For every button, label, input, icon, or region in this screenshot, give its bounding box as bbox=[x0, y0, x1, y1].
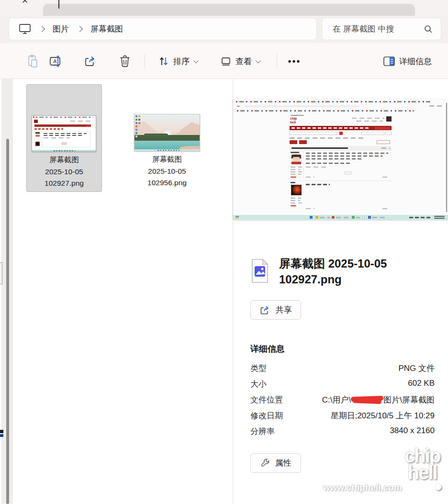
thumb-text bbox=[44, 133, 87, 134]
post1-text bbox=[306, 167, 326, 168]
more-options-button[interactable]: ••• bbox=[284, 51, 304, 71]
share-button[interactable] bbox=[80, 51, 101, 71]
rename-button[interactable]: A bbox=[46, 51, 66, 71]
forum-login-input bbox=[361, 132, 384, 135]
search-icon[interactable] bbox=[424, 24, 433, 34]
post1-text bbox=[306, 153, 388, 154]
rename-icon: A bbox=[49, 55, 63, 68]
thread-title-actions bbox=[381, 147, 390, 149]
detail-row-resolution: 分辨率 3840 x 2160 bbox=[250, 426, 435, 442]
sort-label: 排序 bbox=[173, 56, 190, 67]
page-top-links bbox=[291, 115, 304, 116]
taskbar-chat-icon bbox=[352, 216, 355, 219]
tab-close-icon[interactable]: ✕ bbox=[22, 0, 28, 6]
browser-url-bar bbox=[245, 105, 359, 107]
selected-file-title: 屏幕截图 2025-10-05 102927.png bbox=[279, 256, 442, 287]
detail-row-type: 类型 PNG 文件 bbox=[250, 363, 435, 379]
taskbar-label bbox=[320, 217, 330, 218]
tab-strip: ✕ bbox=[0, 0, 448, 16]
details-heading: 详细信息 bbox=[250, 343, 285, 355]
file-explorer-window: ✕ 图片 屏幕截图 在 屏幕截图 中搜 bbox=[0, 0, 448, 504]
thumb-navbar-button bbox=[86, 124, 91, 127]
post1-username bbox=[291, 152, 299, 153]
post1-avatar bbox=[291, 154, 302, 165]
svg-text:A: A bbox=[53, 58, 57, 64]
share-file-button[interactable]: 共享 bbox=[250, 300, 301, 320]
redaction-scribble bbox=[351, 396, 383, 403]
post1-text bbox=[306, 158, 363, 159]
command-bar: A bbox=[0, 43, 448, 79]
thumb-navbar bbox=[34, 124, 91, 127]
share-icon bbox=[259, 304, 271, 316]
taskbar-browser-icon bbox=[332, 216, 335, 219]
post1-badge bbox=[291, 177, 296, 178]
post1-stats bbox=[291, 169, 300, 170]
chiphell-logo: chiphell bbox=[290, 117, 302, 125]
toolbar-divider bbox=[277, 54, 277, 69]
file-tile-102956[interactable]: 屏幕截图 2025-10-05 102956.png bbox=[125, 84, 209, 192]
address-bar[interactable]: 图片 屏幕截图 bbox=[9, 18, 317, 40]
thumb-post-body bbox=[42, 132, 90, 148]
forum-login-button bbox=[385, 132, 392, 135]
post1-footer bbox=[306, 177, 314, 178]
forum-user-links bbox=[357, 121, 383, 122]
forum-search-input bbox=[290, 132, 337, 135]
post-divider bbox=[290, 180, 392, 181]
paste-button[interactable] bbox=[23, 51, 43, 71]
post2-stats bbox=[291, 202, 302, 203]
nav-pane-partial-item bbox=[0, 262, 2, 284]
thumb-user-dashes bbox=[70, 121, 92, 122]
thumb-text bbox=[44, 137, 70, 138]
desktop-icon bbox=[138, 122, 140, 124]
preview-image: chiphell bbox=[233, 99, 448, 220]
sort-icon bbox=[158, 56, 169, 67]
breadcrumb-pictures[interactable]: 图片 bbox=[53, 23, 69, 34]
avatar-shirt bbox=[291, 162, 301, 164]
share-label: 共享 bbox=[276, 304, 292, 315]
taskbar-date bbox=[434, 218, 445, 219]
nav-pane-partial-glyph bbox=[0, 434, 3, 437]
forum-page-nav bbox=[377, 140, 390, 144]
taskbar-label bbox=[336, 217, 349, 218]
post2-footer bbox=[382, 208, 389, 209]
watermark-url: www.chiphell.com bbox=[323, 482, 402, 493]
desktop-icon bbox=[135, 125, 137, 127]
post1-stats bbox=[291, 171, 302, 172]
file-name-102956: 屏幕截图 2025-10-05 102956.png bbox=[125, 154, 209, 189]
properties-label: 属性 bbox=[275, 458, 291, 469]
tab-caret bbox=[58, 0, 59, 9]
view-menu-button[interactable]: 查看 bbox=[216, 51, 263, 71]
forum-navbar-button bbox=[375, 127, 390, 130]
thumb-reply-button bbox=[62, 143, 67, 145]
nav-pane-scrollbar-thumb[interactable] bbox=[6, 139, 9, 504]
thumb-logo bbox=[34, 120, 38, 123]
taskbar-folder-icon bbox=[315, 216, 318, 219]
page-scrollbar bbox=[446, 103, 447, 212]
explorer-tab[interactable] bbox=[43, 4, 415, 16]
browser-new-tab bbox=[436, 101, 438, 103]
thumb-text bbox=[44, 135, 82, 136]
taskbar-app-icon bbox=[362, 216, 365, 219]
main-content: 屏幕截图 2025-10-05 102927.png bbox=[0, 79, 448, 504]
thumb-avatar-2 bbox=[35, 142, 40, 146]
this-pc-icon bbox=[19, 23, 31, 35]
search-box[interactable]: 在 屏幕截图 中搜 bbox=[322, 18, 441, 40]
post2-username bbox=[291, 182, 295, 183]
sort-menu-button[interactable]: 排序 bbox=[154, 51, 201, 71]
post2-text bbox=[306, 184, 330, 185]
desktop-icon bbox=[135, 129, 137, 131]
taskbar-clock bbox=[434, 216, 445, 217]
post1-stats bbox=[291, 174, 301, 175]
forum-user-links bbox=[352, 118, 384, 119]
details-pane-toggle[interactable]: 详细信息 bbox=[379, 51, 436, 71]
breadcrumb-screenshots[interactable]: 屏幕截图 bbox=[90, 23, 123, 34]
delete-button[interactable] bbox=[115, 51, 135, 71]
wallpaper-treeline-bump bbox=[144, 134, 168, 136]
desktop-icon bbox=[135, 115, 137, 117]
taskbar-label bbox=[372, 217, 387, 218]
properties-button[interactable]: 属性 bbox=[250, 453, 301, 473]
watermark-logo-dot bbox=[435, 484, 441, 490]
thumb-menu-dashes bbox=[34, 128, 63, 130]
file-tile-102927[interactable]: 屏幕截图 2025-10-05 102927.png bbox=[26, 84, 102, 192]
details-pane: chiphell bbox=[233, 79, 448, 504]
